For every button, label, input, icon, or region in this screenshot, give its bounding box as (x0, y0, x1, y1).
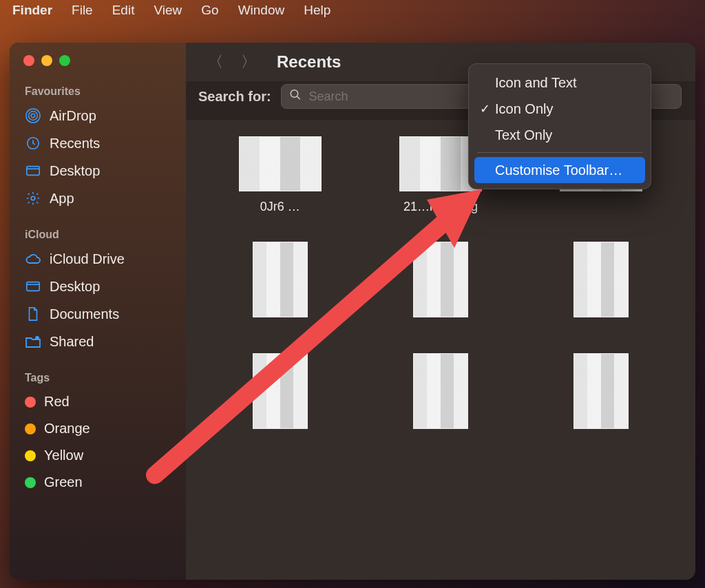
file-name: 21…ic_….jpg (403, 200, 478, 214)
file-item[interactable]: 0Jr6 … (213, 136, 346, 214)
sidebar-tag-green[interactable]: Green (10, 469, 186, 496)
search-label: Search for: (198, 89, 271, 105)
menubar-edit[interactable]: Edit (112, 3, 135, 18)
sidebar-item-desktop[interactable]: Desktop (10, 157, 186, 185)
toolbar-context-menu: Icon and Text ✓ Icon Only Text Only Cust… (468, 63, 651, 189)
menubar-view[interactable]: View (154, 3, 182, 18)
nav-back-button[interactable]: 〈 (208, 52, 223, 72)
svg-rect-4 (27, 167, 39, 176)
context-item-label: Icon Only (495, 101, 553, 117)
sidebar-item-shared[interactable]: Shared (10, 328, 186, 355)
sidebar-tag-red[interactable]: Red (10, 388, 186, 415)
file-item[interactable] (374, 242, 507, 326)
folder-shared-icon (25, 333, 41, 350)
svg-point-1 (29, 112, 38, 120)
sidebar-item-label: Documents (50, 306, 119, 322)
sidebar-item-label: Desktop (50, 163, 100, 179)
sidebar-item-label: Green (44, 474, 83, 490)
gear-icon (25, 190, 41, 207)
menubar-app-name[interactable]: Finder (12, 3, 52, 18)
sidebar-item-label: Yellow (44, 448, 83, 463)
context-item-icon-and-text[interactable]: Icon and Text (474, 70, 645, 96)
file-item[interactable] (535, 242, 668, 326)
search-icon (289, 89, 302, 105)
check-icon: ✓ (480, 101, 490, 116)
context-item-label: Customise Toolbar… (495, 162, 622, 178)
menubar-window[interactable]: Window (238, 3, 285, 18)
sidebar-item-documents[interactable]: Documents (10, 300, 186, 328)
document-icon (25, 306, 41, 322)
sidebar-item-label: Red (44, 394, 70, 410)
window-traffic-lights (10, 52, 186, 81)
sidebar-group-icloud: iCloud (10, 224, 186, 245)
window-title: Recents (277, 52, 341, 72)
sidebar: Favourites AirDrop Recents Desktop App (10, 43, 186, 580)
svg-point-8 (291, 90, 298, 98)
nav-forward-button[interactable]: 〉 (241, 52, 256, 72)
sidebar-item-label: AirDrop (50, 108, 96, 124)
menubar-help[interactable]: Help (304, 3, 330, 18)
sidebar-item-airdrop[interactable]: AirDrop (10, 102, 186, 129)
svg-point-7 (35, 336, 39, 340)
sidebar-item-app[interactable]: App (10, 185, 186, 212)
menubar: Finder File Edit View Go Window Help (0, 0, 705, 21)
sidebar-item-recents[interactable]: Recents (10, 129, 186, 157)
file-item[interactable] (374, 353, 507, 437)
tag-dot-icon (25, 477, 36, 488)
minimise-button[interactable] (41, 55, 52, 66)
fullscreen-button[interactable] (59, 55, 70, 66)
context-item-icon-only[interactable]: ✓ Icon Only (474, 96, 645, 122)
sidebar-group-tags: Tags (10, 368, 186, 388)
tag-dot-icon (25, 423, 36, 434)
menubar-go[interactable]: Go (201, 3, 218, 18)
sidebar-item-label: Shared (50, 334, 94, 350)
sidebar-item-label: Desktop (50, 279, 100, 295)
sidebar-group-favourites: Favourites (10, 81, 186, 102)
tag-dot-icon (25, 450, 36, 461)
desktop-icon (25, 162, 41, 179)
file-item[interactable] (213, 242, 346, 326)
sidebar-item-label: iCloud Drive (50, 251, 125, 267)
sidebar-item-label: Recents (50, 136, 100, 151)
desktop-icon (25, 278, 41, 295)
airdrop-icon (25, 107, 41, 124)
context-item-label: Icon and Text (495, 75, 577, 91)
sidebar-item-icloud-desktop[interactable]: Desktop (10, 273, 186, 300)
file-item[interactable] (213, 353, 346, 437)
close-button[interactable] (23, 55, 34, 66)
context-item-label: Text Only (495, 127, 552, 143)
sidebar-item-label: Orange (44, 421, 90, 437)
cloud-icon (25, 251, 41, 267)
context-separator (477, 152, 642, 153)
sidebar-item-label: App (50, 191, 74, 207)
file-name: 0Jr6 … (260, 200, 300, 214)
context-item-customise-toolbar[interactable]: Customise Toolbar… (474, 157, 645, 183)
file-item[interactable] (535, 353, 668, 437)
sidebar-tag-orange[interactable]: Orange (10, 415, 186, 442)
svg-point-0 (31, 114, 35, 118)
svg-rect-6 (27, 282, 39, 291)
sidebar-item-icloud-drive[interactable]: iCloud Drive (10, 245, 186, 273)
context-item-text-only[interactable]: Text Only (474, 122, 645, 148)
sidebar-tag-yellow[interactable]: Yellow (10, 442, 186, 469)
svg-point-5 (31, 196, 35, 200)
tag-dot-icon (25, 397, 36, 408)
clock-icon (25, 135, 41, 151)
menubar-file[interactable]: File (72, 3, 93, 18)
